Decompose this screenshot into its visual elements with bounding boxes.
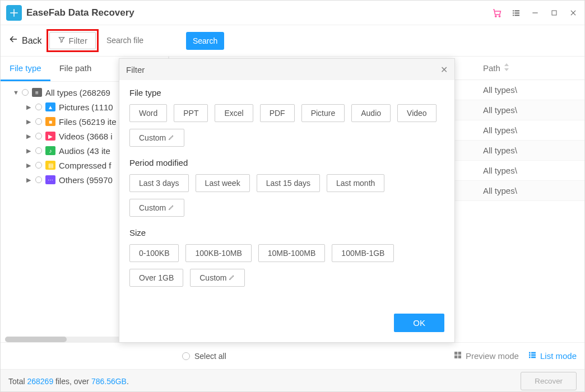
svg-rect-13 xyxy=(458,352,461,354)
tab-file-path[interactable]: File path xyxy=(50,57,101,81)
chip-size-custom[interactable]: Custom xyxy=(190,269,245,287)
filter-button[interactable]: Filter xyxy=(49,32,96,49)
total-size: 786.56GB xyxy=(91,377,127,386)
chip-excel[interactable]: Excel xyxy=(215,104,253,122)
chip-word[interactable]: Word xyxy=(129,104,167,122)
tree-label: Others (95970 xyxy=(59,175,113,185)
type-icon: ▤ xyxy=(45,161,55,170)
chip-over-1gb[interactable]: Over 1GB xyxy=(129,269,183,287)
tree-radio[interactable] xyxy=(35,104,42,110)
chevron-right-icon: ▶ xyxy=(26,133,32,140)
maximize-button[interactable] xyxy=(549,7,560,18)
filter-button-highlight: Filter xyxy=(47,29,99,52)
tree-radio[interactable] xyxy=(35,162,42,169)
search-input[interactable] xyxy=(103,31,182,50)
tree-label: Compressed f xyxy=(59,161,111,170)
search-button[interactable]: Search xyxy=(186,32,224,50)
preview-mode-button[interactable]: Preview mode xyxy=(453,351,519,361)
sort-icon xyxy=(504,63,509,73)
ok-button[interactable]: OK xyxy=(394,314,444,332)
chip-last-week[interactable]: Last week xyxy=(196,174,250,192)
svg-rect-5 xyxy=(514,12,519,13)
grid-icon xyxy=(453,351,462,361)
svg-point-0 xyxy=(495,15,496,16)
tree-radio[interactable] xyxy=(35,147,42,154)
select-all-radio[interactable] xyxy=(182,352,190,360)
chevron-right-icon: ▶ xyxy=(26,162,32,169)
svg-rect-7 xyxy=(514,15,519,16)
cart-icon[interactable] xyxy=(491,7,503,18)
pencil-icon xyxy=(168,133,175,142)
app-logo xyxy=(6,5,22,21)
chevron-right-icon: ▶ xyxy=(26,104,32,111)
type-icon: ⋯ xyxy=(45,175,55,184)
list-icon xyxy=(528,351,537,361)
svg-rect-15 xyxy=(458,356,461,358)
chip-last-3-days[interactable]: Last 3 days xyxy=(129,174,189,192)
chip-ppt[interactable]: PPT xyxy=(174,104,208,122)
back-button[interactable]: Back xyxy=(8,34,42,47)
column-path[interactable]: Path xyxy=(483,63,509,73)
chip-pdf[interactable]: PDF xyxy=(260,104,295,122)
chip-last-15-days[interactable]: Last 15 days xyxy=(257,174,320,192)
chevron-down-icon: ▼ xyxy=(13,89,18,96)
tree-label: Videos (3668 i xyxy=(59,132,113,141)
chevron-right-icon: ▶ xyxy=(26,118,32,125)
type-icon: ▲ xyxy=(45,102,55,111)
titlebar: EaseFab Data Recovery xyxy=(1,1,584,25)
tree-radio[interactable] xyxy=(22,89,29,96)
tree-label: Pictures (1110 xyxy=(59,102,113,112)
chip-file-type-custom[interactable]: Custom xyxy=(129,129,184,147)
type-icon: ■ xyxy=(45,117,55,126)
recover-button[interactable]: Recover xyxy=(521,372,577,390)
chip-100kb-10mb[interactable]: 100KB-10MB xyxy=(185,244,251,262)
svg-rect-6 xyxy=(513,15,514,16)
close-button[interactable] xyxy=(568,7,579,18)
type-icon: ≡ xyxy=(32,88,42,97)
svg-rect-21 xyxy=(531,357,536,358)
minimize-button[interactable] xyxy=(530,7,541,18)
footer: Total 268269 files, over 786.56GB. Recov… xyxy=(1,369,584,392)
filter-dialog: Filter ✕ File type Word PPT Excel PDF Pi… xyxy=(119,58,455,343)
tree-radio[interactable] xyxy=(35,176,42,183)
tree-label: Audios (43 ite xyxy=(59,146,110,156)
chip-period-custom[interactable]: Custom xyxy=(129,199,184,217)
chip-100mb-1gb[interactable]: 100MB-1GB xyxy=(332,244,394,262)
svg-rect-19 xyxy=(531,354,536,356)
chip-audio[interactable]: Audio xyxy=(351,104,391,122)
svg-rect-17 xyxy=(531,352,536,354)
period-chips: Last 3 days Last week Last 15 days Last … xyxy=(129,174,444,217)
chip-video[interactable]: Video xyxy=(397,104,437,122)
svg-rect-18 xyxy=(529,354,531,356)
tab-file-type[interactable]: File type xyxy=(1,57,50,81)
footer-text: Total 268269 files, over 786.56GB. xyxy=(8,377,129,386)
back-arrow-icon xyxy=(8,34,18,47)
chip-10mb-100mb[interactable]: 10MB-100MB xyxy=(258,244,326,262)
svg-point-1 xyxy=(499,15,500,16)
tree-radio[interactable] xyxy=(35,133,42,139)
list-mode-label: List mode xyxy=(540,351,577,361)
scrollbar-thumb[interactable] xyxy=(5,337,67,342)
svg-rect-9 xyxy=(552,11,556,15)
back-label: Back xyxy=(22,36,42,46)
svg-rect-16 xyxy=(529,352,531,354)
type-icon: ▶ xyxy=(45,132,55,141)
chevron-right-icon: ▶ xyxy=(26,176,32,184)
list-mode-button[interactable]: List mode xyxy=(528,351,577,361)
section-period-title: Period modified xyxy=(129,158,444,167)
select-all[interactable]: Select all xyxy=(182,352,226,361)
preview-mode-label: Preview mode xyxy=(466,351,519,361)
menu-icon[interactable] xyxy=(510,7,522,18)
tree-label: All types (268269 xyxy=(45,88,110,97)
tree-radio[interactable] xyxy=(35,118,42,125)
chip-0-100kb[interactable]: 0-100KB xyxy=(129,244,179,262)
app-title: EaseFab Data Recovery xyxy=(26,7,134,18)
pencil-icon xyxy=(168,203,175,212)
section-file-type-title: File type xyxy=(129,88,444,97)
chip-last-month[interactable]: Last month xyxy=(327,174,384,192)
chip-picture[interactable]: Picture xyxy=(301,104,345,122)
file-type-chips: Word PPT Excel PDF Picture Audio Video C… xyxy=(129,104,444,147)
type-icon: ♪ xyxy=(45,146,55,155)
bottom-toolbar: Select all Preview mode List mode xyxy=(1,342,584,369)
dialog-close-button[interactable]: ✕ xyxy=(440,64,448,75)
